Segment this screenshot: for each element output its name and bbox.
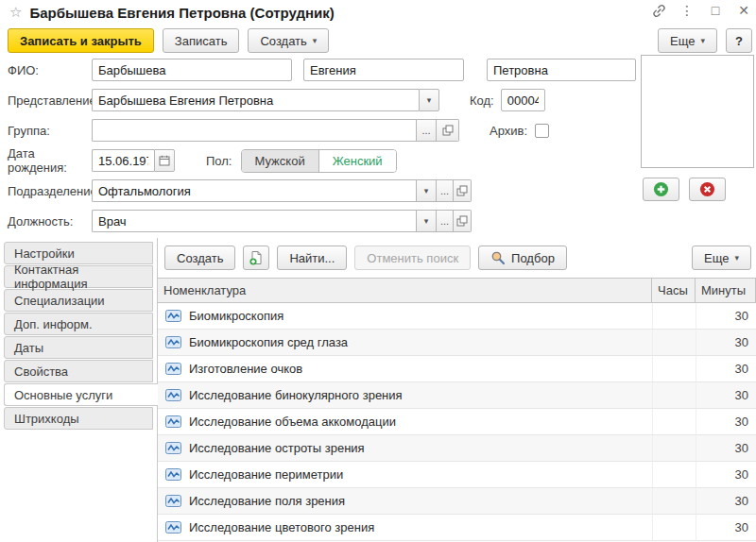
- chevron-down-icon: ▾: [701, 37, 706, 45]
- services-table: Номенклатура Часы Минуты Биомикроскопия …: [158, 278, 756, 541]
- sidebar-tab[interactable]: Штрихкоды: [4, 407, 153, 430]
- group-label: Группа:: [8, 124, 92, 138]
- hours-value: [652, 488, 696, 514]
- header-hours[interactable]: Часы: [651, 279, 695, 302]
- group-row: Группа: ... Архив:: [8, 119, 549, 142]
- firstname-input[interactable]: [303, 59, 464, 81]
- favorite-star-icon[interactable]: ☆: [9, 4, 22, 21]
- representation-label: Представление:: [8, 93, 92, 108]
- more-button[interactable]: Еще ▾: [658, 28, 717, 53]
- minutes-value: 30: [696, 382, 756, 408]
- table-more-button[interactable]: Еще ▾: [692, 246, 751, 270]
- position-dropdown-button[interactable]: ▾: [416, 210, 437, 232]
- cancel-search-button[interactable]: Отменить поиск: [354, 246, 471, 270]
- more-button-label: Еще: [670, 34, 695, 48]
- close-icon[interactable]: ✕: [735, 2, 752, 19]
- table-row[interactable]: Изготовление очков 30: [158, 356, 756, 382]
- gender-label: Пол:: [206, 154, 232, 168]
- hours-value: [652, 356, 696, 381]
- position-ellipsis-button[interactable]: ...: [437, 210, 454, 232]
- table-row[interactable]: Биомикроскопия 30: [158, 303, 756, 330]
- department-input[interactable]: [92, 179, 416, 202]
- service-name: Изготовление очков: [189, 362, 302, 376]
- hours-value: [652, 462, 696, 487]
- service-icon: [165, 521, 181, 534]
- lastname-input[interactable]: [92, 59, 292, 81]
- sidebar-tab[interactable]: Контактная информация: [4, 265, 153, 288]
- archive-checkbox[interactable]: [535, 124, 549, 138]
- table-row[interactable]: Исследование периметрии 30: [158, 462, 756, 488]
- table-create-button[interactable]: Создать: [164, 246, 235, 270]
- sidebar-tab[interactable]: Настройки: [4, 242, 153, 264]
- create-button[interactable]: Создать ▾: [248, 28, 329, 53]
- sidebar-tab[interactable]: Свойства: [4, 360, 153, 382]
- position-input[interactable]: [92, 210, 416, 232]
- command-bar: Записать и закрыть Записать Создать ▾ Ещ…: [8, 28, 752, 53]
- sidebar-tab-label: Специализации: [14, 294, 105, 308]
- service-name: Исследование объема аккомодации: [189, 415, 396, 429]
- code-input[interactable]: [501, 89, 545, 111]
- sidebar-tab[interactable]: Специализации: [4, 289, 153, 312]
- chevron-down-icon: ▾: [424, 217, 429, 226]
- department-ellipsis-button[interactable]: ...: [437, 179, 454, 202]
- window-title: Барбышева Евгения Петровна (Сотрудник): [29, 5, 334, 21]
- table-row[interactable]: Исследование бинокулярного зрения 30: [158, 382, 756, 409]
- save-button[interactable]: Записать: [163, 28, 240, 53]
- minutes-value: 30: [696, 488, 756, 514]
- sidebar-tab-label: Основные услуги: [14, 388, 112, 402]
- sidebar-tab-label: Контактная информация: [14, 263, 152, 291]
- link-icon[interactable]: [650, 2, 667, 19]
- table-row[interactable]: Исследование остроты зрения 30: [158, 435, 756, 462]
- help-button[interactable]: ?: [726, 28, 752, 53]
- gender-female-option[interactable]: Женский: [319, 150, 396, 172]
- representation-dropdown-button[interactable]: ▾: [419, 89, 439, 111]
- sidebar-tab-label: Даты: [14, 341, 43, 355]
- chevron-down-icon: ▾: [427, 96, 432, 105]
- gender-male-option[interactable]: Мужской: [242, 150, 319, 172]
- save-and-close-button[interactable]: Записать и закрыть: [8, 28, 154, 53]
- department-dropdown-button[interactable]: ▾: [416, 179, 437, 202]
- header-minutes[interactable]: Минуты: [695, 279, 755, 302]
- middlename-input[interactable]: [487, 59, 636, 81]
- service-name: Исследование цветового зрения: [189, 520, 374, 534]
- representation-input[interactable]: [92, 89, 419, 111]
- sidebar-tab-label: Доп. информ.: [14, 317, 93, 331]
- service-name: Биомикроскопия сред глаза: [189, 335, 348, 349]
- kebab-menu-icon[interactable]: ⋮: [679, 2, 696, 19]
- position-open-button[interactable]: [454, 210, 472, 232]
- table-row[interactable]: Исследование цветового зрения 30: [158, 515, 756, 541]
- birthdate-calendar-button[interactable]: [154, 149, 175, 172]
- maximize-icon[interactable]: □: [707, 2, 724, 19]
- header-nomenclature[interactable]: Номенклатура: [158, 279, 651, 302]
- group-open-button[interactable]: [437, 119, 459, 142]
- code-label: Код:: [470, 93, 494, 108]
- add-photo-button[interactable]: [643, 178, 679, 201]
- minutes-value: 30: [696, 356, 756, 381]
- table-row[interactable]: Исследование объема аккомодации 30: [158, 409, 756, 435]
- table-row[interactable]: Биомикроскопия сред глаза 30: [158, 330, 756, 356]
- pick-button[interactable]: Подбор: [478, 246, 567, 270]
- sidebar-tab[interactable]: Основные услуги: [4, 383, 158, 406]
- calendar-icon: [159, 155, 170, 166]
- sidebar-tab[interactable]: Доп. информ.: [4, 313, 153, 335]
- archive-label: Архив:: [490, 124, 527, 138]
- table-row[interactable]: Исследование поля зрения 30: [158, 488, 756, 515]
- group-input[interactable]: [92, 119, 416, 142]
- department-row: Подразделение: ▾ ...: [8, 179, 472, 202]
- create-by-copy-button[interactable]: [243, 246, 269, 270]
- department-open-button[interactable]: [454, 179, 472, 202]
- service-icon: [165, 442, 181, 454]
- plus-icon: [653, 181, 669, 197]
- find-button[interactable]: Найти...: [277, 246, 347, 270]
- birthdate-input[interactable]: [92, 149, 154, 172]
- group-ellipsis-button[interactable]: ...: [416, 119, 437, 142]
- table-header: Номенклатура Часы Минуты: [158, 279, 756, 303]
- remove-photo-button[interactable]: [689, 178, 726, 201]
- x-icon: [699, 181, 715, 197]
- minutes-value: 30: [696, 303, 756, 329]
- create-button-label: Создать: [260, 34, 306, 48]
- sidebar-tab[interactable]: Даты: [4, 336, 153, 359]
- open-link-icon: [442, 125, 454, 136]
- service-icon: [165, 495, 181, 507]
- sidebar-tab-label: Настройки: [14, 246, 75, 261]
